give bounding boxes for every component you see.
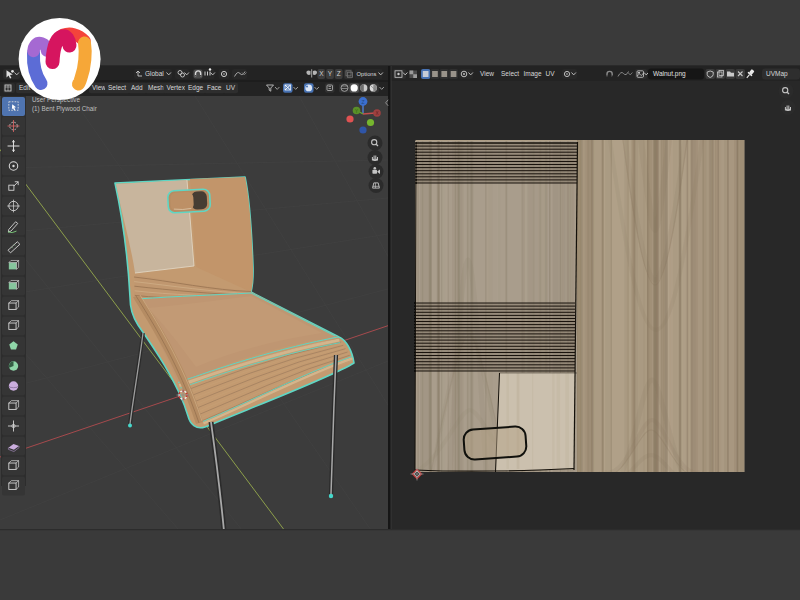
svg-text:Z: Z	[361, 99, 364, 105]
svg-text:X: X	[319, 70, 324, 77]
svg-text:View: View	[480, 70, 494, 77]
svg-text:UV: UV	[226, 84, 236, 91]
svg-text:Mesh: Mesh	[148, 84, 164, 91]
svg-text:Z: Z	[337, 70, 341, 77]
svg-text:Y: Y	[328, 70, 333, 77]
svg-text:Select: Select	[501, 70, 519, 77]
svg-text:Image: Image	[524, 70, 542, 78]
svg-text:Y: Y	[355, 109, 358, 114]
svg-text:Vertex: Vertex	[167, 84, 186, 91]
svg-text:UV: UV	[546, 70, 556, 77]
svg-text:Edge: Edge	[188, 84, 204, 92]
svg-text:Add: Add	[131, 84, 143, 91]
svg-text:X: X	[375, 111, 378, 116]
svg-text:UVMap: UVMap	[766, 70, 788, 78]
svg-text:(1) Bent Plywood Chair: (1) Bent Plywood Chair	[32, 105, 97, 113]
svg-text:View: View	[92, 84, 106, 91]
svg-text:Face: Face	[207, 84, 222, 91]
svg-text:Global: Global	[145, 70, 164, 77]
svg-text:Select: Select	[108, 84, 126, 91]
svg-text:Walnut.png: Walnut.png	[653, 70, 686, 78]
svg-text:Options: Options	[357, 71, 377, 77]
